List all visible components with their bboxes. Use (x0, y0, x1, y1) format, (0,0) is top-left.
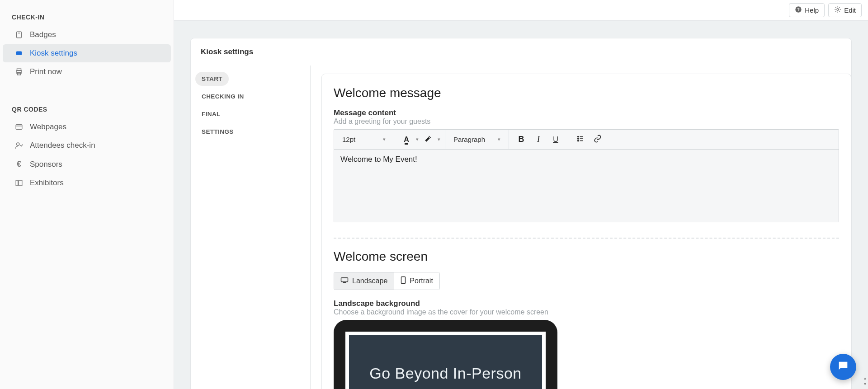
portrait-label: Portrait (410, 277, 433, 285)
sidebar: CHECK-IN Badges Kiosk settings Print now… (0, 0, 174, 389)
sidebar-item-label: Webpages (30, 122, 66, 131)
svg-point-8 (17, 143, 19, 145)
attendee-checkin-icon (14, 141, 24, 150)
help-button[interactable]: ? Help (789, 3, 825, 17)
svg-rect-6 (16, 125, 22, 130)
sidebar-item-badges[interactable]: Badges (3, 26, 171, 44)
kiosk-tabs-panel: START CHECKING IN FINAL SETTINGS (191, 66, 311, 389)
orientation-toggle: Landscape Portrait (334, 272, 440, 290)
block-format-select[interactable]: Paragraph ▾ (450, 134, 504, 145)
editor-body[interactable]: Welcome to My Event! (334, 150, 839, 222)
chevron-down-icon[interactable]: ▾ (438, 136, 440, 142)
page-title: Kiosk settings (191, 38, 851, 66)
portrait-icon (401, 276, 406, 286)
tablet-preview[interactable]: Go Beyond In-Person (334, 320, 557, 389)
svg-rect-10 (19, 180, 22, 186)
sidebar-item-label: Sponsors (30, 160, 62, 169)
sidebar-item-print-now[interactable]: Print now (3, 63, 171, 81)
exhibitor-icon (14, 179, 24, 187)
kiosk-icon (14, 49, 24, 57)
sidebar-item-label: Badges (30, 30, 56, 39)
gear-icon (834, 6, 841, 14)
scroll-indicator: ▴ ▾ (864, 375, 866, 386)
svg-rect-2 (16, 52, 22, 55)
caret-down-icon: ▾ (864, 381, 866, 386)
landscape-label: Landscape (352, 277, 387, 285)
badge-icon (14, 31, 24, 39)
sidebar-item-label: Print now (30, 67, 62, 76)
portrait-button[interactable]: Portrait (394, 272, 439, 290)
highlight-icon (424, 135, 432, 145)
svg-point-18 (578, 140, 579, 141)
text-color-icon: A (404, 136, 409, 144)
welcome-message-title: Welcome message (334, 86, 839, 100)
help-label: Help (805, 6, 819, 14)
sidebar-item-label: Attendees check-in (30, 141, 95, 150)
sidebar-item-label: Kiosk settings (30, 49, 77, 58)
tab-settings[interactable]: SETTINGS (195, 125, 240, 139)
message-content-sub: Add a greeting for your guests (334, 117, 839, 126)
svg-text:?: ? (797, 7, 800, 12)
euro-icon: € (14, 159, 24, 169)
editor-toolbar: 12pt ▾ A ▾ (334, 130, 839, 150)
message-content-label: Message content (334, 108, 839, 117)
caret-up-icon: ▴ (864, 375, 866, 380)
chevron-down-icon: ▾ (383, 136, 386, 142)
sidebar-item-label: Exhibitors (30, 178, 64, 187)
bullet-list-button[interactable] (573, 132, 588, 147)
underline-button[interactable]: U (548, 132, 563, 147)
tab-checking-in[interactable]: CHECKING IN (195, 89, 250, 103)
sidebar-group-checkin: CHECK-IN (0, 8, 174, 25)
chat-icon (837, 360, 849, 374)
webpage-icon (14, 123, 24, 131)
svg-point-16 (578, 138, 579, 139)
svg-rect-0 (17, 32, 22, 38)
text-color-button[interactable]: A (399, 132, 414, 147)
topbar: ? Help Edit (174, 0, 868, 21)
tab-start[interactable]: START (195, 72, 229, 86)
edit-button[interactable]: Edit (828, 3, 862, 17)
bold-button[interactable]: B (514, 132, 529, 147)
italic-button[interactable]: I (531, 132, 546, 147)
start-tab-content: Welcome message Message content Add a gr… (321, 74, 851, 389)
landscape-bg-label: Landscape background (334, 299, 839, 308)
svg-point-13 (837, 9, 839, 10)
sidebar-group-qrcodes: QR CODES (0, 100, 174, 117)
preview-text: Go Beyond In-Person (369, 365, 521, 382)
sidebar-item-attendees-checkin[interactable]: Attendees check-in (3, 136, 171, 155)
help-icon: ? (795, 6, 802, 14)
chevron-down-icon: ▾ (498, 136, 500, 142)
sidebar-item-webpages[interactable]: Webpages (3, 118, 171, 136)
font-size-select[interactable]: 12pt ▾ (339, 134, 389, 145)
font-size-value: 12pt (342, 136, 355, 143)
highlight-color-button[interactable] (420, 132, 436, 147)
printer-icon (14, 68, 24, 76)
landscape-icon (340, 277, 349, 285)
sidebar-item-exhibitors[interactable]: Exhibitors (3, 174, 171, 192)
tab-final[interactable]: FINAL (195, 107, 227, 121)
block-format-value: Paragraph (453, 136, 485, 143)
sidebar-item-sponsors[interactable]: € Sponsors (3, 155, 171, 173)
svg-rect-20 (341, 278, 348, 282)
landscape-button[interactable]: Landscape (334, 272, 394, 290)
link-icon (594, 135, 602, 145)
edit-label: Edit (844, 6, 856, 14)
chevron-down-icon[interactable]: ▾ (416, 136, 419, 142)
main-content: Kiosk settings START CHECKING IN FINAL S… (174, 21, 868, 389)
section-divider (334, 238, 839, 239)
landscape-bg-sub: Choose a background image as the cover f… (334, 308, 839, 316)
svg-rect-22 (401, 277, 406, 284)
bullet-list-icon (576, 135, 585, 145)
chat-button[interactable] (830, 354, 856, 380)
link-button[interactable] (590, 132, 605, 147)
rich-text-editor: 12pt ▾ A ▾ (334, 129, 839, 222)
svg-rect-9 (16, 180, 18, 186)
svg-point-14 (578, 136, 579, 137)
welcome-screen-title: Welcome screen (334, 249, 839, 264)
kiosk-settings-card: Kiosk settings START CHECKING IN FINAL S… (190, 38, 852, 389)
sidebar-item-kiosk-settings[interactable]: Kiosk settings (3, 44, 171, 62)
